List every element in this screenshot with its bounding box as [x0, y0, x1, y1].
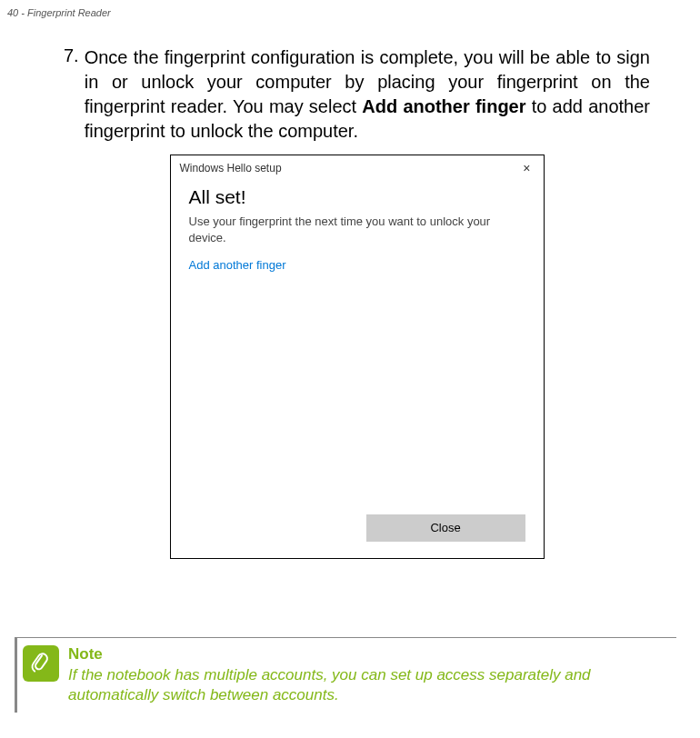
step-text-bold: Add another finger — [362, 96, 525, 116]
dialog-wrapper: Windows Hello setup × All set! Use your … — [64, 155, 650, 559]
close-icon[interactable]: × — [517, 161, 535, 175]
dialog-subtext: Use your fingerprint the next time you w… — [189, 214, 525, 245]
dialog-footer: Close — [171, 505, 544, 558]
note-box: Note If the notebook has multiple accoun… — [15, 637, 676, 713]
step-number: 7. — [64, 45, 79, 144]
note-icon — [23, 645, 59, 682]
step-7: 7. Once the fingerprint configuration is… — [64, 45, 650, 144]
note-title: Note — [68, 645, 667, 663]
step-text: Once the fingerprint configuration is co… — [85, 45, 650, 144]
close-button[interactable]: Close — [366, 514, 525, 542]
windows-hello-dialog: Windows Hello setup × All set! Use your … — [170, 155, 545, 559]
note-text: Note If the notebook has multiple accoun… — [68, 643, 667, 705]
note-body: If the notebook has multiple accounts, y… — [68, 665, 667, 705]
page-header-running-head: 40 - Fingerprint Reader — [7, 7, 111, 18]
dialog-title: Windows Hello setup — [180, 162, 282, 175]
paperclip-icon — [29, 652, 53, 675]
dialog-body: All set! Use your fingerprint the next t… — [171, 181, 544, 505]
add-another-finger-link[interactable]: Add another finger — [189, 258, 525, 272]
main-content: 7. Once the fingerprint configuration is… — [0, 0, 700, 559]
dialog-titlebar: Windows Hello setup × — [171, 155, 544, 181]
dialog-heading: All set! — [189, 186, 525, 208]
